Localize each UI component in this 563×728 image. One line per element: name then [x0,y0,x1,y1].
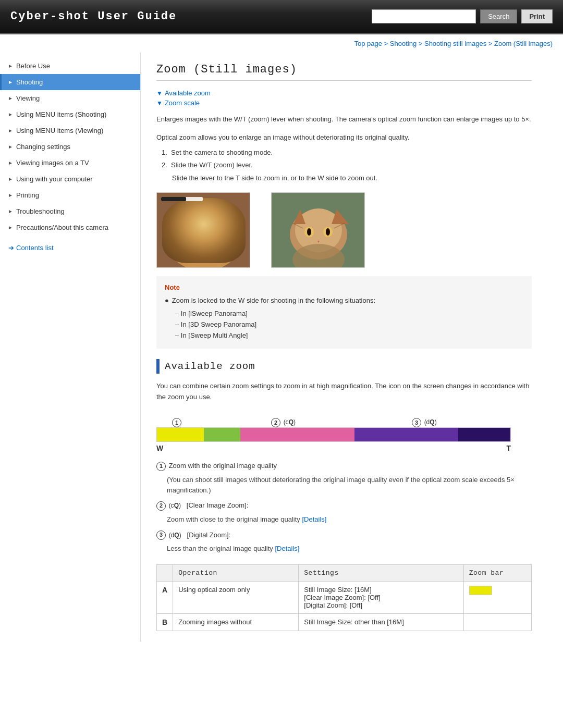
clear-image-zoom-details-link[interactable]: [Details] [302,515,326,523]
zoom-indicator [161,197,203,201]
row-b-settings: Still Image Size: other than [16M] [299,613,463,631]
contents-list-link[interactable]: ➔ Contents list [0,239,140,257]
svg-line-11 [219,219,235,227]
zoom-desc-2-sub: Zoom with close to the original image qu… [167,514,532,525]
search-input[interactable] [372,9,476,23]
svg-marker-3 [165,208,186,229]
sidebar-item-menu-shooting[interactable]: ► Using MENU items (Shooting) [0,106,140,122]
sidebar-item-computer[interactable]: ► Using with your computer [0,171,140,187]
arrow-icon: ► [8,79,13,85]
example-images [156,192,532,268]
available-zoom-desc: You can combine certain zoom settings to… [156,381,532,403]
arrow-icon: ► [8,176,13,182]
note-title: Note [165,283,523,291]
table-row: A Using optical zoom only Still Image Si… [157,581,532,613]
zoom-labels: 1 2 (cQ) 3 (dQ) [156,411,532,427]
steps-list: 1. Set the camera to shooting mode. 2. S… [162,147,532,184]
sidebar-item-printing[interactable]: ► Printing [0,187,140,203]
toc-zoom-scale[interactable]: ▼ Zoom scale [156,99,532,107]
arrow-icon: ► [8,225,13,230]
bar-dark-purple [458,428,510,441]
search-button[interactable]: Search [480,9,517,23]
svg-point-2 [173,202,235,259]
breadcrumb-top[interactable]: Top page [354,40,382,47]
toc-arrow-icon: ▼ [156,90,163,97]
zoom-desc-1: 1 Zoom with the original image quality [156,461,532,472]
cat-normal-svg [272,193,365,268]
sidebar-item-precautions[interactable]: ► Precautions/About this camera [0,219,140,236]
row-a-label: A [157,581,173,613]
sidebar-item-troubleshooting[interactable]: ► Troubleshooting [0,203,140,219]
row-b-label: B [157,613,173,631]
intro-line2: Optical zoom allows you to enlarge an im… [156,132,532,143]
note-bullet-item: ● Zoom is locked to the W side for shoot… [165,295,523,306]
zoom-settings-table: Operation Settings Zoom bar A Using opti… [156,564,532,631]
bar-pink [240,428,354,441]
step-2-sub: Slide the lever to the T side to zoom in… [172,173,532,184]
intro-line1: Enlarges images with the W/T (zoom) leve… [156,114,532,125]
zoom-diagram: 1 2 (cQ) 3 (dQ) W T [156,411,532,452]
bar-green [204,428,240,441]
arrow-icon: ► [8,192,13,198]
breadcrumb-shooting[interactable]: Shooting [390,40,417,47]
sidebar-item-viewing[interactable]: ► Viewing [0,90,140,106]
row-a-settings: Still Image Size: [16M] [Clear Image Zoo… [299,581,463,613]
zoom-label-3: 3 (dQ) [412,418,437,427]
note-box: Note ● Zoom is locked to the W side for … [156,276,532,349]
header-controls: Search Print [372,9,553,23]
note-sub-1: – In [iSweep Panorama] [173,309,523,319]
svg-point-5 [185,227,197,242]
breadcrumb: Top page > Shooting > Shooting still ima… [0,34,563,53]
bullet-icon: ● [165,295,169,306]
print-button[interactable]: Print [521,9,553,23]
cat-zoomed-svg [157,193,250,268]
row-a-zoombar [463,581,531,613]
svg-point-1 [165,203,243,268]
main-content: Zoom (Still images) ▼ Available zoom ▼ Z… [141,53,547,641]
row-b-zoombar [463,613,531,631]
toc-available-zoom[interactable]: ▼ Available zoom [156,89,532,97]
zoom-desc-3: 3 (dQ) [Digital Zoom]: [156,530,532,541]
table-header-operation: Operation [173,564,299,581]
sidebar-item-tv[interactable]: ► Viewing images on a TV [0,155,140,171]
arrow-icon: ► [8,208,13,214]
row-a-operation: Using optical zoom only [173,581,299,613]
note-sub-list: – In [iSweep Panorama] – In [3D Sweep Pa… [173,309,523,341]
zoom-desc-3-sub: Less than the original image quality [De… [167,544,532,554]
breadcrumb-zoom[interactable]: Zoom (Still images) [494,40,553,47]
svg-rect-0 [157,193,250,268]
row-b-operation: Zooming images without [173,613,299,631]
arrow-right-icon: ➔ [8,244,14,252]
zoom-desc-2: 2 (cQ) [Clear Image Zoom]: [156,500,532,511]
digital-zoom-details-link[interactable]: [Details] [275,545,299,552]
note-sub-2: – In [3D Sweep Panorama] [173,319,523,330]
svg-point-8 [214,230,219,239]
zoom-label-1: 1 [172,418,182,427]
table-header-zoom-bar: Zoom bar [463,564,531,581]
bar-purple [354,428,458,441]
sidebar-item-shooting[interactable]: ► Shooting [0,74,140,90]
zoom-desc-1-sub: (You can shoot still images without dete… [167,475,532,495]
svg-point-7 [211,227,223,242]
step-2: 2. Slide the W/T (zoom) lever. [162,160,532,171]
svg-marker-4 [222,208,243,229]
arrow-icon: ► [8,144,13,150]
arrow-icon: ► [8,63,13,69]
svg-point-20 [326,228,330,236]
step-1: 1. Set the camera to shooting mode. [162,147,532,158]
sidebar-item-changing-settings[interactable]: ► Changing settings [0,139,140,155]
sidebar: ► Before Use ► Shooting ► Viewing ► Usin… [0,53,141,641]
page-title: Zoom (Still images) [156,63,532,81]
sidebar-item-before-use[interactable]: ► Before Use [0,58,140,74]
table-header-empty [157,564,173,581]
breadcrumb-still[interactable]: Shooting still images [424,40,486,47]
sidebar-item-menu-viewing[interactable]: ► Using MENU items (Viewing) [0,122,140,139]
zoom-label-2: 2 (cQ) [271,418,296,427]
zoom-bar-indicator-yellow [469,586,492,595]
zoom-fill [161,197,186,201]
zoomed-cat-image [156,192,250,268]
table-row: B Zooming images without Still Image Siz… [157,613,532,631]
page-layout: ► Before Use ► Shooting ► Viewing ► Usin… [0,53,563,641]
app-title: Cyber-shot User Guide [10,10,177,23]
svg-line-10 [173,219,188,227]
